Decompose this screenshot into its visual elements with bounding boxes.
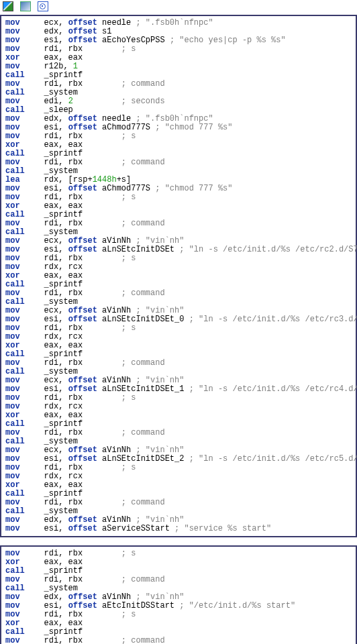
asm-line: mov esi, offset aServiceSStart ; "servic… xyxy=(5,525,352,533)
code-listing-1[interactable]: mov ecx, offset needle ; ".fsb0h`nfnpc"m… xyxy=(1,16,356,536)
code-listing-2[interactable]: mov rdi, rbx ; sxor eax, eaxcall _sprint… xyxy=(1,547,356,644)
asm-line: mov rdi, rbx ; command xyxy=(5,637,352,644)
disassembly-view: mov ecx, offset needle ; ".fsb0h`nfnpc"m… xyxy=(0,0,357,644)
toolbar xyxy=(0,0,357,15)
toolbar-icon-2[interactable] xyxy=(20,1,31,11)
code-block-1: mov ecx, offset needle ; ".fsb0h`nfnpc"m… xyxy=(0,15,357,537)
toolbar-icon-1[interactable] xyxy=(3,1,13,11)
code-block-2: mov rdi, rbx ; sxor eax, eaxcall _sprint… xyxy=(0,545,357,644)
toolbar-icon-3[interactable] xyxy=(38,1,48,11)
